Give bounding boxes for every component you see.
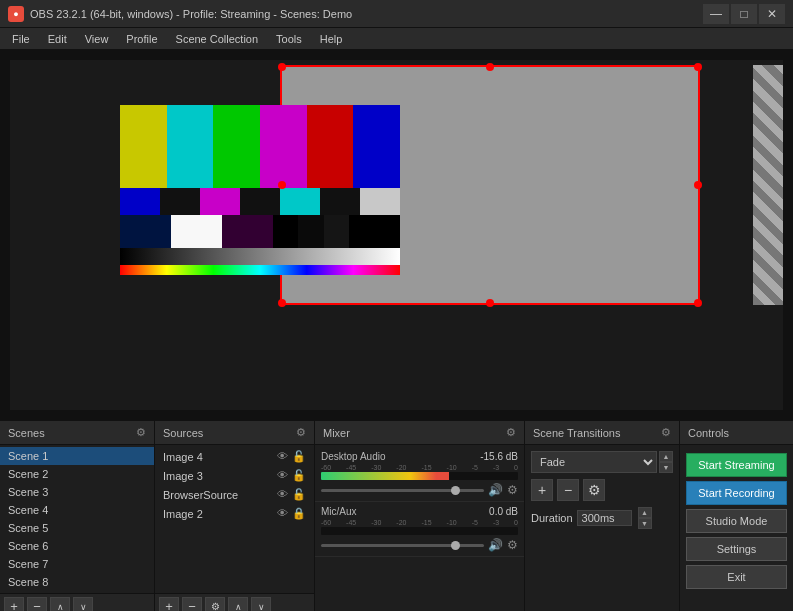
handle-tl[interactable] — [278, 63, 286, 71]
duration-input[interactable] — [577, 510, 632, 526]
scenes-toolbar: + − ∧ ∨ — [0, 593, 154, 611]
level-meter-desktop — [321, 472, 518, 480]
volume-slider-mic[interactable] — [321, 544, 484, 547]
handle-ml[interactable] — [278, 181, 286, 189]
handle-br[interactable] — [694, 299, 702, 307]
handle-tc[interactable] — [486, 63, 494, 71]
mixer-controls: 🔊 ⚙ — [321, 538, 518, 552]
sources-config-icon[interactable]: ⚙ — [296, 426, 306, 439]
mixer-track-desktop: Desktop Audio -15.6 dB -60-45-30-20-15-1… — [315, 447, 524, 502]
volume-slider-desktop[interactable] — [321, 489, 484, 492]
preview-area — [0, 50, 793, 420]
lock-icon[interactable]: 🔒 — [292, 507, 306, 520]
volume-thumb[interactable] — [451, 486, 460, 495]
smpte-bars — [120, 105, 400, 275]
scene-up-button[interactable]: ∧ — [50, 597, 70, 612]
lock-icon[interactable]: 🔓 — [292, 450, 306, 463]
source-item[interactable]: Image 3 👁 🔓 — [155, 466, 314, 485]
scenes-config-icon[interactable]: ⚙ — [136, 426, 146, 439]
bottom-panel: Scenes ⚙ Scene 1 Scene 2 Scene 3 Scene 4… — [0, 420, 793, 611]
app-icon: ● — [8, 6, 24, 22]
duration-row: Duration ▲ ▼ — [531, 507, 673, 529]
mixer-config-icon[interactable]: ⚙ — [506, 426, 516, 439]
mute-icon[interactable]: 🔊 — [488, 538, 503, 552]
level-meter-mic — [321, 527, 518, 535]
source-name: Image 2 — [163, 508, 203, 520]
menu-file[interactable]: File — [4, 31, 38, 47]
duration-down[interactable]: ▼ — [638, 518, 652, 529]
scenes-list: Scene 1 Scene 2 Scene 3 Scene 4 Scene 5 … — [0, 445, 154, 593]
visibility-icon[interactable]: 👁 — [277, 507, 288, 520]
edge-stripes — [753, 65, 783, 305]
transitions-config-icon[interactable]: ⚙ — [661, 426, 671, 439]
start-streaming-button[interactable]: Start Streaming — [686, 453, 787, 477]
mixer-track-mic: Mic/Aux 0.0 dB -60-45-30-20-15-10-5-30 🔊 — [315, 502, 524, 557]
menu-scene-collection[interactable]: Scene Collection — [168, 31, 267, 47]
visibility-icon[interactable]: 👁 — [277, 450, 288, 463]
scene-down-button[interactable]: ∨ — [73, 597, 93, 612]
exit-button[interactable]: Exit — [686, 565, 787, 589]
level-fill — [321, 472, 449, 480]
add-scene-button[interactable]: + — [4, 597, 24, 612]
sources-panel: Sources ⚙ Image 4 👁 🔓 Image 3 👁 🔓 — [155, 421, 315, 611]
source-icons: 👁 🔒 — [277, 507, 306, 520]
config-transition-button[interactable]: ⚙ — [583, 479, 605, 501]
menu-view[interactable]: View — [77, 31, 117, 47]
source-item[interactable]: BrowserSource 👁 🔓 — [155, 485, 314, 504]
scene-item[interactable]: Scene 6 — [0, 537, 154, 555]
window-controls: — □ ✕ — [703, 4, 785, 24]
titlebar-title: OBS 23.2.1 (64-bit, windows) - Profile: … — [30, 8, 703, 20]
menu-help[interactable]: Help — [312, 31, 351, 47]
scene-item[interactable]: Scene 2 — [0, 465, 154, 483]
remove-source-button[interactable]: − — [182, 597, 202, 612]
handle-bc[interactable] — [486, 299, 494, 307]
lock-icon[interactable]: 🔓 — [292, 488, 306, 501]
transition-type-select[interactable]: Fade — [531, 451, 657, 473]
handle-bl[interactable] — [278, 299, 286, 307]
handle-tr[interactable] — [694, 63, 702, 71]
menu-edit[interactable]: Edit — [40, 31, 75, 47]
source-up-button[interactable]: ∧ — [228, 597, 248, 612]
scene-item[interactable]: Scene 3 — [0, 483, 154, 501]
remove-transition-button[interactable]: − — [557, 479, 579, 501]
handle-mr[interactable] — [694, 181, 702, 189]
lock-icon[interactable]: 🔓 — [292, 469, 306, 482]
source-down-button[interactable]: ∨ — [251, 597, 271, 612]
menu-profile[interactable]: Profile — [118, 31, 165, 47]
mixer-settings-icon[interactable]: ⚙ — [507, 483, 518, 497]
controls-panel-header: Controls — [680, 421, 793, 445]
close-button[interactable]: ✕ — [759, 4, 785, 24]
settings-button[interactable]: Settings — [686, 537, 787, 561]
scene-item[interactable]: Scene 5 — [0, 519, 154, 537]
mixer-settings-icon[interactable]: ⚙ — [507, 538, 518, 552]
source-item[interactable]: Image 2 👁 🔒 — [155, 504, 314, 523]
remove-scene-button[interactable]: − — [27, 597, 47, 612]
add-source-button[interactable]: + — [159, 597, 179, 612]
source-name: BrowserSource — [163, 489, 238, 501]
meter-ticks: -60-45-30-20-15-10-5-30 — [321, 519, 518, 526]
add-transition-button[interactable]: + — [531, 479, 553, 501]
source-item[interactable]: Image 4 👁 🔓 — [155, 447, 314, 466]
source-settings-button[interactable]: ⚙ — [205, 597, 225, 612]
mute-icon[interactable]: 🔊 — [488, 483, 503, 497]
scene-item[interactable]: Scene 4 — [0, 501, 154, 519]
start-recording-button[interactable]: Start Recording — [686, 481, 787, 505]
scene-item[interactable]: Scene 8 — [0, 573, 154, 591]
mixer-tracks: Desktop Audio -15.6 dB -60-45-30-20-15-1… — [315, 445, 524, 611]
spinner-up[interactable]: ▲ — [659, 451, 673, 462]
scene-item[interactable]: Scene 7 — [0, 555, 154, 573]
spinner-down[interactable]: ▼ — [659, 462, 673, 473]
visibility-icon[interactable]: 👁 — [277, 469, 288, 482]
mixer-panel-title: Mixer — [323, 427, 350, 439]
duration-label: Duration — [531, 512, 573, 524]
volume-thumb[interactable] — [451, 541, 460, 550]
scene-item[interactable]: Scene 1 — [0, 447, 154, 465]
menu-tools[interactable]: Tools — [268, 31, 310, 47]
transition-spinner: ▲ ▼ — [659, 451, 673, 473]
studio-mode-button[interactable]: Studio Mode — [686, 509, 787, 533]
minimize-button[interactable]: — — [703, 4, 729, 24]
duration-up[interactable]: ▲ — [638, 507, 652, 518]
maximize-button[interactable]: □ — [731, 4, 757, 24]
visibility-icon[interactable]: 👁 — [277, 488, 288, 501]
sources-panel-header: Sources ⚙ — [155, 421, 314, 445]
